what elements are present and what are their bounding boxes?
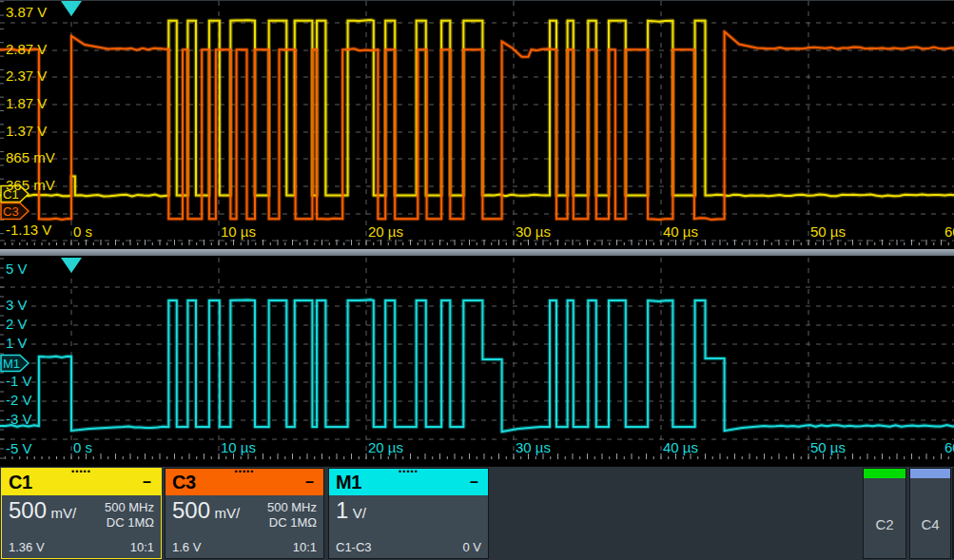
channel-name-c2: C2 <box>864 516 905 532</box>
offset-value-c3: 1.6 V <box>172 540 201 554</box>
channel-name-c4: C4 <box>910 516 950 532</box>
minimize-button-c3[interactable]: – <box>305 473 323 491</box>
minimize-button-c1[interactable]: – <box>143 473 161 491</box>
scale-unit: V/ <box>353 505 366 521</box>
voltage-axis-label: 1.37 V <box>6 124 47 139</box>
signal-bar: C1 ••••• – 500 mV/ 500 MHz DC 1MΩ 1.36 V… <box>0 466 954 560</box>
time-axis-label: 50 µs <box>810 224 846 240</box>
vertical-scale-c3: 500 mV/ <box>172 497 240 524</box>
voltage-axis-label: -2 V <box>6 393 32 408</box>
channel-box-c4-collapsed[interactable]: C4 <box>909 468 951 559</box>
scale-value: 1 <box>336 497 348 523</box>
probe-ratio-c3: 10:1 <box>293 540 317 554</box>
drag-handle-icon[interactable]: ••••• <box>165 468 323 475</box>
voltage-axis-label: 865 mV <box>6 150 55 165</box>
time-axis-label: 60 µs <box>944 224 954 240</box>
channel-box-c2-collapsed[interactable]: C2 <box>863 468 906 559</box>
channel-body-c1[interactable]: 500 mV/ 500 MHz DC 1MΩ 1.36 V 10:1 <box>2 495 161 558</box>
vertical-scale-c1: 500 mV/ <box>9 497 76 524</box>
analog-waveform-panel <box>0 0 954 250</box>
math-body-m1[interactable]: 1 V/ C1-C3 0 V <box>329 495 488 558</box>
math-source-m1: C1-C3 <box>336 540 372 554</box>
math-waveform-panel <box>0 256 954 466</box>
voltage-axis-label: 3 V <box>6 298 28 313</box>
voltage-axis-label: 5 V <box>6 261 28 277</box>
time-axis-label: 20 µs <box>368 224 403 240</box>
time-axis-label: 60 µs <box>944 440 954 455</box>
channel-body-c3[interactable]: 500 mV/ 500 MHz DC 1MΩ 1.6 V 10:1 <box>165 495 323 558</box>
voltage-axis-label: 2.37 V <box>6 68 47 84</box>
drag-handle-icon[interactable]: ••••• <box>2 468 161 475</box>
minimize-button-m1[interactable]: – <box>470 473 488 491</box>
bandwidth-coupling-c1: 500 MHz DC 1MΩ <box>105 500 154 531</box>
bandwidth: 500 MHz <box>267 500 317 515</box>
time-axis-label: 10 µs <box>221 440 256 455</box>
grid-divider-handle[interactable] <box>0 249 954 256</box>
offset-value-c1: 1.36 V <box>9 540 45 554</box>
channel-color-stripe-c2 <box>864 469 905 478</box>
time-axis-label: 0 s <box>73 440 92 455</box>
voltage-axis-label: 2 V <box>6 317 28 332</box>
voltage-axis-label: -1.13 V <box>6 222 51 238</box>
time-axis-label: 20 µs <box>368 440 403 455</box>
channel-color-stripe-c4 <box>910 469 950 478</box>
voltage-axis-label: 3.87 V <box>6 5 47 20</box>
drag-handle-icon[interactable]: ••••• <box>329 468 488 475</box>
voltage-axis-label: -5 V <box>6 441 32 456</box>
oscilloscope-screen: { "grids": [ { "name": "analog-grid", "l… <box>0 0 954 560</box>
time-axis-label: 40 µs <box>663 440 698 455</box>
bandwidth-coupling-c3: 500 MHz DC 1MΩ <box>267 500 317 531</box>
math-header-m1[interactable]: M1 ••••• – <box>329 469 488 495</box>
channel-header-c1[interactable]: C1 ••••• – <box>2 469 161 495</box>
channel-box-c3[interactable]: C3 ••••• – 500 mV/ 500 MHz DC 1MΩ 1.6 V … <box>165 468 324 559</box>
voltage-axis-label: -1 V <box>6 374 32 389</box>
scale-value: 500 <box>172 497 210 523</box>
channel-box-c1[interactable]: C1 ••••• – 500 mV/ 500 MHz DC 1MΩ 1.36 V… <box>1 468 162 559</box>
scale-value: 500 <box>9 497 47 523</box>
voltage-axis-label: -3 V <box>6 412 32 427</box>
voltage-axis-label: 1.87 V <box>6 96 47 111</box>
scale-unit: mV/ <box>51 505 77 521</box>
time-axis-label: 0 s <box>73 224 92 240</box>
offset-value-m1: 0 V <box>462 540 481 554</box>
time-axis-label: 30 µs <box>516 440 551 455</box>
voltage-axis-label: 2.87 V <box>6 42 47 57</box>
scale-unit: mV/ <box>215 505 241 521</box>
vertical-scale-m1: 1 V/ <box>336 497 366 524</box>
probe-ratio-c1: 10:1 <box>130 540 154 554</box>
coupling: DC 1MΩ <box>267 515 317 531</box>
voltage-axis-label: 365 mV <box>6 178 55 193</box>
math-box-m1[interactable]: M1 ••••• – 1 V/ C1-C3 0 V <box>328 468 489 559</box>
channel-header-c3[interactable]: C3 ••••• – <box>165 469 323 495</box>
time-axis-label: 30 µs <box>516 224 551 240</box>
voltage-axis-label: 1 V <box>6 336 28 351</box>
time-axis-label: 10 µs <box>221 224 256 240</box>
time-axis-label: 40 µs <box>663 224 698 240</box>
coupling: DC 1MΩ <box>105 515 154 531</box>
bandwidth: 500 MHz <box>105 500 154 515</box>
time-axis-label: 50 µs <box>810 440 846 455</box>
